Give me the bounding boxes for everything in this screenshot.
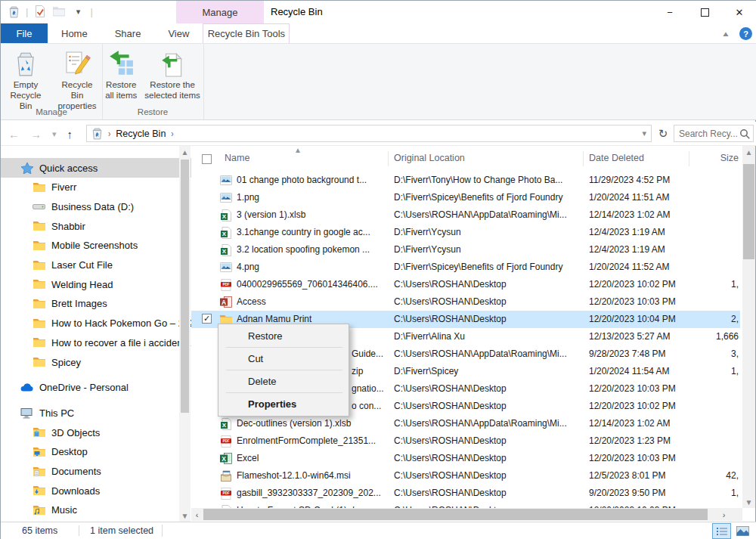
tab-file[interactable]: File [1,23,48,43]
sidebar-item-this-pc[interactable]: This PC [1,403,191,423]
sidebar-item-music[interactable]: Music [1,500,191,520]
sidebar-item-3d-objects[interactable]: 3D Objects [1,423,191,442]
sidebar-item-welding-head[interactable]: Welding Head [1,274,191,294]
table-row[interactable]: Flameshot-12.1.0-win64.msiC:\Users\ROSHA… [191,467,740,485]
folder-plain-icon[interactable] [52,4,66,19]
menu-item-cut[interactable]: Cut [218,348,349,370]
row-checkbox[interactable]: ✓ [202,314,212,324]
recent-locations-icon[interactable]: ▾ [52,129,57,139]
table-row[interactable]: XDec-outlines (version 1).xlsbC:\Users\R… [191,415,740,432]
column-divider[interactable] [583,151,584,166]
sidebar-item-label: Mobile Screenshots [51,240,191,251]
menu-item-delete[interactable]: Delete [218,370,349,392]
column-header-original-location[interactable]: Original Location [394,153,465,163]
collapse-ribbon-icon[interactable]: ▲ [721,29,730,38]
table-row[interactable]: PDF0400029965569_706014346406....C:\User… [191,276,740,293]
scroll-up-icon[interactable]: ▲ [179,146,191,158]
horizontal-scrollbar-thumb[interactable] [203,509,708,520]
address-dropdown-icon[interactable]: ▾ [642,129,646,138]
sidebar-item-onedrive-personal[interactable]: OneDrive - Personal [1,378,191,398]
table-row[interactable]: X3.1change country in google ac...D:\Fiv… [191,224,740,241]
forward-icon[interactable]: → [30,128,42,141]
select-all-checkbox[interactable] [202,154,212,164]
table-row[interactable]: X3.2 location spoofing pokemon ...D:\Fiv… [191,241,740,259]
folder-icon [33,181,45,194]
breadcrumb-location[interactable]: Recycle Bin [116,129,166,139]
sidebar-scrollbar-thumb[interactable] [181,160,189,413]
minimize-button[interactable]: − [652,1,687,23]
sidebar-item-quick-access[interactable]: Quick access [1,158,191,178]
cell-original-location: D:\Fiverr\Spicey [394,366,584,376]
cell-date-deleted: 12/20/2023 10:03 PM [589,453,695,463]
refresh-icon[interactable]: ↻ [655,125,671,142]
sidebar-item-desktop[interactable]: Desktop [1,442,191,462]
cell-name: 3.1change country in google ac... [237,227,389,237]
sidebar-scrollbar[interactable]: ▲ ▼ [179,146,191,522]
sidebar-item-label: Welding Head [51,279,191,290]
tab-recycle-bin-tools[interactable]: Recycle Bin Tools [203,23,290,43]
tab-share[interactable]: Share [101,23,155,43]
table-row[interactable]: X3 (version 1).xlsbC:\Users\ROSHAN\AppDa… [191,206,740,224]
sidebar-item-downloads[interactable]: Downloads [1,481,191,500]
sidebar-item-spicey[interactable]: Spicey [1,352,191,372]
restore-all-items-icon [107,49,135,78]
column-divider[interactable] [689,151,689,166]
sidebar-item-how-to-recover-a-file-i-accidenta[interactable]: How to recover a file i accidenta [1,333,191,352]
sidebar-item-mobile-screenshots[interactable]: Mobile Screenshots [1,236,191,256]
column-header-date-deleted[interactable]: Date Deleted [589,153,644,163]
sidebar-item-shabbir[interactable]: Shabbir [1,216,191,236]
cell-date-deleted: 11/29/2023 4:52 PM [589,175,695,185]
table-row[interactable]: 4.pngD:\Fiverr\Spicey\Benefits of Fjord … [191,259,740,276]
table-row[interactable]: 1.pngD:\Fiverr\Spicey\Benefits of Fjord … [191,189,740,206]
file-check-icon[interactable] [33,4,47,19]
sidebar-item-laser-cut-file[interactable]: Laser Cut File [1,256,191,275]
search-input[interactable] [674,129,739,139]
table-row[interactable]: PDFgasbill_3932303337_202309_202...C:\Us… [191,485,740,502]
scroll-left-icon[interactable]: ‹ [191,508,203,521]
empty-recycle-bin-button[interactable]: EmptyRecycle Bin [1,48,51,113]
svg-text:PDF: PDF [222,491,229,495]
table-row[interactable]: 01 change photo background t...D:\Fiverr… [191,172,740,189]
up-icon[interactable]: ↑ [67,128,73,141]
sidebar-item-fiverr[interactable]: Fiverr [1,178,191,197]
close-button[interactable]: ✕ [722,1,756,23]
table-row[interactable]: PDFEnrolmentFormComplete_21351...C:\User… [191,432,740,450]
scroll-right-icon[interactable]: › [718,508,730,521]
table-row[interactable]: AAccessC:\Users\ROSHAN\Desktop12/20/2023… [191,293,740,311]
recycle-bin-properties-button[interactable]: Recycle Binproperties [52,48,102,113]
restore-selected-items-button[interactable]: Restore theselected items [141,48,203,102]
sidebar-item-how-to-hack-pokemon-go-202[interactable]: How to Hack Pokemon Go – 202 [1,314,191,333]
sidebar-item-documents[interactable]: Documents [1,462,191,482]
column-header-name[interactable]: Name [225,153,249,163]
sidebar-item-label: Business Data (D:) [51,201,191,212]
thumbnails-view-button[interactable] [733,523,752,539]
maximize-button[interactable] [687,1,722,23]
scroll-down-icon[interactable]: ▼ [179,510,191,522]
qat-dropdown-icon[interactable]: ▾ [71,4,85,19]
details-view-button[interactable] [712,523,731,539]
column-header-size[interactable]: Size [695,153,739,163]
table-row[interactable]: XExcelC:\Users\ROSHAN\Desktop12/20/2023 … [191,450,740,467]
back-icon[interactable]: ← [8,128,20,141]
horizontal-scrollbar[interactable]: ‹ › [191,508,742,521]
table-row[interactable]: WHow to Format SD Card (1).d...C:\Users\… [191,502,740,508]
vertical-scrollbar[interactable]: ▲ ▼ [742,146,755,508]
restore-all-items-button[interactable]: Restoreall items [102,48,140,102]
scroll-up-icon[interactable]: ▲ [742,146,755,158]
tab-view[interactable]: View [154,23,203,43]
tab-home[interactable]: Home [48,23,101,43]
vertical-scrollbar-thumb[interactable] [743,164,754,259]
search-icon[interactable] [739,129,750,139]
cell-name: Adnan Mamu Print [237,314,389,324]
breadcrumb[interactable]: › Recycle Bin › ▾ [86,125,652,142]
ribbon-button-label: EmptyRecycle Bin [4,79,48,111]
scroll-down-icon[interactable]: ▼ [742,496,755,508]
column-divider[interactable] [388,151,389,166]
menu-item-restore[interactable]: Restore [218,325,349,347]
sidebar-item-brett-images[interactable]: Brett Images [1,294,191,314]
recycle-bin-small-icon[interactable] [7,4,20,19]
menu-item-properties[interactable]: Properties [218,393,349,415]
contextual-tab-header-manage[interactable]: Manage [176,1,264,23]
sidebar-item-business-data-d-[interactable]: Business Data (D:) [1,197,191,216]
help-icon[interactable]: ? [739,27,752,40]
